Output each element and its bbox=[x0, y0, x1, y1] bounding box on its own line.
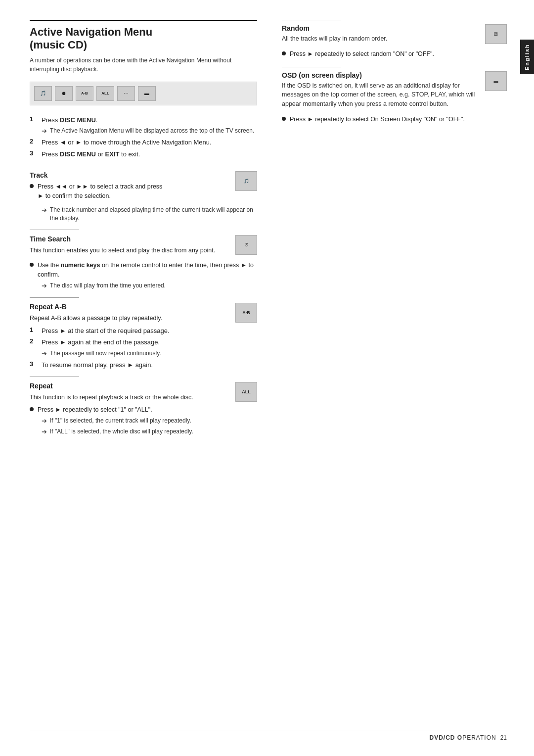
icon-ab: A·B bbox=[76, 86, 93, 101]
repeat-note-2: ➔ If "ALL" is selected, the whole disc w… bbox=[42, 427, 257, 436]
repeat-ab-step-3: 3 To resume normal play, press ► again. bbox=[30, 360, 257, 370]
track-icon: 🎵 bbox=[235, 171, 257, 191]
icon-screen: ▬ bbox=[138, 86, 156, 101]
repeat-ab-steps: 1 Press ► at the start of the required p… bbox=[30, 326, 257, 370]
repeat-divider bbox=[30, 377, 79, 377]
right-column: Random All the tracks will play in rando… bbox=[272, 20, 507, 438]
main-steps: 1 Press DISC MENU. ➔ The Active Navigati… bbox=[30, 115, 257, 159]
step-2: 2 Press ◄ or ► to move through the Activ… bbox=[30, 138, 257, 147]
repeat-ab-header: Repeat A-B Repeat A-B allows a passage t… bbox=[30, 303, 257, 323]
repeat-ab-intro: Repeat A-B allows a passage to play repe… bbox=[30, 314, 162, 323]
time-search-note: ➔ The disc will play from the time you e… bbox=[42, 282, 257, 290]
time-search-title: Time Search bbox=[30, 235, 215, 243]
random-intro: All the tracks will play in random order… bbox=[282, 34, 387, 44]
step-1-note: ➔ The Active Navigation Menu will be dis… bbox=[42, 127, 257, 136]
osd-intro: If the OSD is switched on, it will serve… bbox=[282, 81, 481, 109]
time-search-icon: ⏱ bbox=[235, 235, 257, 255]
repeat-ab-icon: A·B bbox=[235, 303, 257, 323]
repeat-header: Repeat This function is to repeat playba… bbox=[30, 382, 257, 402]
repeat-ab-title: Repeat A-B bbox=[30, 303, 162, 311]
icon-music: 🎵 bbox=[34, 86, 52, 101]
icon-strip: 🎵 ⏺ A·B ALL ⋯ ▬ bbox=[30, 82, 257, 105]
footer-label: DVD/CD OPERATION bbox=[430, 734, 496, 741]
page-content: Active Navigation Menu (music CD) A numb… bbox=[0, 0, 534, 468]
language-tab: English bbox=[520, 40, 534, 74]
left-column: Active Navigation Menu (music CD) A numb… bbox=[30, 20, 257, 438]
repeat-title: Repeat bbox=[30, 382, 193, 390]
icon-dots: ⋯ bbox=[117, 86, 135, 101]
track-title: Track bbox=[30, 171, 162, 179]
icon-disc: ⏺ bbox=[55, 86, 73, 101]
osd-title: OSD (on screen display) bbox=[282, 71, 481, 79]
track-divider bbox=[30, 166, 79, 166]
step-3: 3 Press DISC MENU or EXIT to exit. bbox=[30, 149, 257, 159]
osd-icon: ▬ bbox=[485, 71, 507, 91]
bullet-dot bbox=[282, 51, 286, 55]
osd-divider bbox=[282, 67, 341, 67]
time-search-bullet-1: Use the numeric keys on the remote contr… bbox=[30, 261, 257, 280]
repeat-ab-step-2: 2 Press ► again at the end of the passag… bbox=[30, 337, 257, 347]
random-icon: ⚄ bbox=[485, 24, 507, 44]
repeat-ab-divider bbox=[30, 297, 79, 298]
random-section: Random All the tracks will play in rando… bbox=[282, 20, 507, 59]
osd-bullet: Press ► repeatedly to select On Screen D… bbox=[282, 115, 507, 124]
track-note: ➔ The track number and elapsed playing t… bbox=[42, 206, 257, 223]
repeat-bullet-1: Press ► repeatedly to select "1" or "ALL… bbox=[30, 405, 257, 415]
osd-header: OSD (on screen display) If the OSD is sw… bbox=[282, 71, 507, 112]
language-label: English bbox=[524, 44, 530, 70]
repeat-intro: This function is to repeat playback a tr… bbox=[30, 393, 193, 402]
random-header: Random All the tracks will play in rando… bbox=[282, 24, 507, 47]
bullet-dot bbox=[30, 184, 34, 188]
time-search-header: Time Search This function enables you to… bbox=[30, 235, 257, 258]
repeat-ab-note: ➔ The passage will now repeat continuous… bbox=[42, 349, 257, 358]
bullet-dot bbox=[282, 117, 286, 121]
time-search-divider bbox=[30, 230, 79, 230]
repeat-note-1: ➔ If "1" is selected, the current track … bbox=[42, 417, 257, 425]
time-search-intro: This function enables you to select and … bbox=[30, 246, 215, 255]
track-bullet-1: Press ◄◄ or ►► to select a track and pre… bbox=[30, 182, 162, 201]
page-intro: A number of operations can be done with … bbox=[30, 56, 257, 74]
page-title: Active Navigation Menu (music CD) bbox=[30, 20, 257, 52]
random-bullet: Press ► repeatedly to select random "ON"… bbox=[282, 49, 507, 59]
footer: DVD/CD OPERATION 21 bbox=[30, 730, 507, 741]
track-header: Track Press ◄◄ or ►► to select a track a… bbox=[30, 171, 257, 203]
icon-all: ALL bbox=[96, 86, 114, 101]
step-1: 1 Press DISC MENU. bbox=[30, 115, 257, 125]
random-divider bbox=[282, 20, 341, 20]
repeat-ab-step-1: 1 Press ► at the start of the required p… bbox=[30, 326, 257, 336]
bullet-dot bbox=[30, 407, 34, 411]
repeat-icon: ALL bbox=[235, 382, 257, 402]
osd-section: OSD (on screen display) If the OSD is sw… bbox=[282, 67, 507, 124]
bullet-dot bbox=[30, 263, 34, 267]
random-title: Random bbox=[282, 24, 387, 32]
repeat-bullets: Press ► repeatedly to select "1" or "ALL… bbox=[30, 405, 257, 436]
page-number: 21 bbox=[500, 734, 507, 741]
